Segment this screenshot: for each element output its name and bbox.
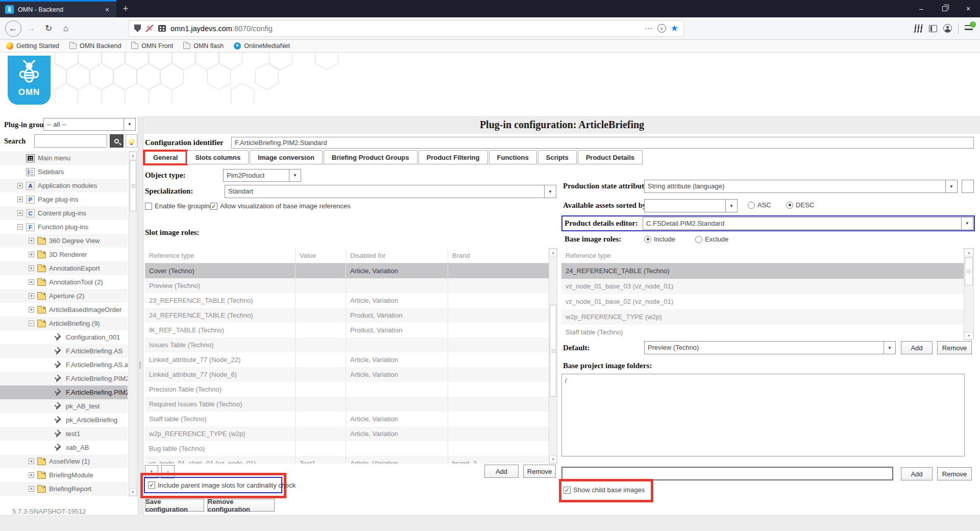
window-close-button[interactable]: × [957, 0, 980, 17]
scroll-up-icon[interactable]: ▲ [549, 249, 557, 256]
config-tab[interactable]: Scripts [538, 150, 577, 164]
table-row[interactable]: Staff table (Techno) [561, 325, 964, 340]
base-table-scrollbar[interactable]: ▲ ▼ [964, 248, 974, 340]
allow-visualization-checkbox[interactable]: ✓ [210, 203, 217, 210]
tree-item[interactable]: Sidebars [0, 165, 128, 179]
default-select[interactable]: Preview (Techno) ▼ [644, 341, 896, 354]
tree-item[interactable]: pk_AB_test [0, 399, 128, 413]
url-text[interactable]: omn1.jaydevs.com:8070/config [170, 25, 640, 33]
config-tab[interactable]: Product Filtering [419, 150, 488, 164]
tree-item[interactable]: + Page plug-ins [0, 192, 128, 206]
tree-expander-icon[interactable]: − [29, 321, 34, 326]
tree-item[interactable]: test1 [0, 427, 128, 441]
tree-expander-icon[interactable]: + [29, 266, 34, 271]
tree-item[interactable]: Configuration_001 [0, 330, 128, 344]
slot-remove-button[interactable]: Remove [523, 465, 556, 478]
base-add-button[interactable]: Add [901, 341, 933, 354]
panel-splitter[interactable] [138, 116, 143, 531]
table-row[interactable]: 24_REFERENCE_TABLE (Techno) [561, 263, 964, 279]
window-restore-button[interactable] [933, 0, 957, 17]
base-project-folders-list[interactable]: / [561, 374, 965, 456]
search-button[interactable] [110, 134, 124, 148]
table-row[interactable]: Required Issues Table (Techno) [145, 397, 549, 412]
bookmark-star-icon[interactable]: ★ [671, 23, 678, 34]
chevron-down-icon[interactable]: ▼ [725, 200, 737, 212]
desc-radio[interactable] [786, 202, 793, 209]
sidebar-toggle-icon[interactable] [929, 25, 937, 32]
base-remove-button[interactable]: Remove [937, 341, 972, 354]
bookmark-item[interactable]: Getting Started [6, 42, 59, 50]
bookmark-item[interactable]: OMN flash [183, 42, 224, 50]
scroll-down-icon[interactable]: ▼ [964, 332, 973, 340]
chevron-down-icon[interactable]: ▼ [124, 118, 135, 130]
tree-expander-icon[interactable]: − [17, 224, 23, 230]
url-bar[interactable]: ✎ omn1.jaydevs.com:8070/config ⋯ ∨ ★ [129, 20, 684, 37]
config-tab[interactable]: Product Details [578, 150, 643, 164]
scroll-thumb[interactable] [965, 257, 973, 285]
home-button[interactable]: ⌂ [58, 21, 74, 36]
production-state-extra-box[interactable] [962, 180, 974, 193]
folder-add-button[interactable]: Add [901, 467, 933, 480]
forward-button[interactable]: → [23, 21, 39, 36]
tree-item[interactable]: F.ArticleBriefing.PIM2.Standard [0, 385, 128, 399]
tree-item[interactable]: F.ArticleBriefing.AS [0, 344, 128, 358]
tree-expander-icon[interactable]: + [29, 307, 34, 312]
reload-button[interactable]: ↻ [41, 21, 56, 36]
bookmark-item[interactable]: OnlineMediaNet [234, 42, 290, 50]
permissions-icon[interactable] [158, 25, 166, 32]
scroll-down-icon[interactable]: ▼ [129, 488, 137, 496]
page-actions-icon[interactable]: ⋯ [645, 24, 653, 33]
library-icon[interactable] [914, 25, 923, 33]
scroll-up-icon[interactable]: ▲ [964, 249, 973, 256]
include-radio[interactable] [644, 236, 651, 243]
menu-icon[interactable]: ↑ [965, 25, 973, 32]
column-header[interactable]: Disabled for [346, 248, 448, 263]
exclude-radio[interactable] [695, 236, 702, 243]
tree-item[interactable]: + BriefingModule [0, 468, 128, 482]
specialization-select[interactable]: Standart ▼ [225, 185, 556, 198]
table-row[interactable]: 23_REFERENCE_TABLE (Techno) Article, Var… [145, 293, 549, 308]
hint-button[interactable] [126, 134, 137, 148]
tree-expander-icon[interactable]: + [17, 210, 23, 216]
window-minimize-button[interactable]: – [910, 0, 933, 17]
tree-expander-icon[interactable]: + [29, 458, 34, 464]
table-row[interactable]: w2p_REFERENCE_TYPE (w2p) Article, Variat… [145, 426, 549, 441]
plugin-group-select[interactable]: -- all -- ▼ [43, 118, 136, 131]
folder-remove-button[interactable]: Remove [937, 467, 972, 480]
tree-item[interactable]: + BriefingReport [0, 482, 128, 496]
edit-blocked-icon[interactable]: ✎ [145, 25, 154, 33]
config-tab[interactable]: Functions [489, 150, 537, 164]
browser-tab[interactable]: OMN - Backend × [0, 0, 116, 17]
save-configuration-button[interactable]: Save configuration [145, 499, 204, 512]
tree-item[interactable]: + AnnotationTool (2) [0, 275, 128, 289]
chevron-down-icon[interactable]: ▼ [961, 218, 973, 229]
table-row[interactable]: Staff table (Techno) Article, Variation [145, 412, 549, 426]
omn-logo[interactable]: OMN [8, 56, 51, 105]
back-button[interactable]: ← [5, 20, 21, 37]
bookmark-item[interactable]: OMN Backend [69, 42, 121, 50]
tree-item[interactable]: + 3D Renderer [0, 248, 128, 261]
scroll-up-icon[interactable]: ▲ [129, 152, 137, 159]
pocket-icon[interactable]: ∨ [657, 24, 666, 33]
tree-expander-icon[interactable]: + [17, 183, 23, 188]
config-tab[interactable]: General [145, 150, 186, 164]
column-header[interactable]: Value [296, 248, 346, 263]
production-state-select[interactable]: String attribute (language) ▼ [644, 180, 958, 193]
table-row[interactable]: w2p_REFERENCE_TYPE (w2p) [561, 309, 964, 325]
chevron-down-icon[interactable]: ▼ [289, 170, 301, 181]
tree-item[interactable]: − ArticleBriefing (9) [0, 317, 128, 330]
remove-configuration-button[interactable]: Remove configuration [207, 499, 275, 512]
tree-scrollbar[interactable]: ▲ ▼ [129, 151, 137, 496]
table-row[interactable]: vz_node_01_base_02 (vz_node_01) [561, 294, 964, 309]
account-icon[interactable] [943, 24, 952, 33]
table-row[interactable]: vz_node_01_base_03 (vz_node_01) [561, 279, 964, 294]
asc-radio[interactable] [748, 202, 755, 209]
tree-expander-icon[interactable]: + [29, 472, 34, 478]
tree-item[interactable]: xab_AB [0, 441, 128, 454]
table-row[interactable]: Issues Table (Techno) [145, 337, 549, 352]
column-header[interactable]: Brand [448, 248, 549, 263]
show-child-checkbox[interactable]: ✓ [564, 487, 571, 494]
tree-item[interactable]: + Content plug-ins [0, 206, 128, 220]
config-identifier-input[interactable] [231, 137, 974, 149]
tree-expander-icon[interactable]: + [29, 238, 34, 244]
